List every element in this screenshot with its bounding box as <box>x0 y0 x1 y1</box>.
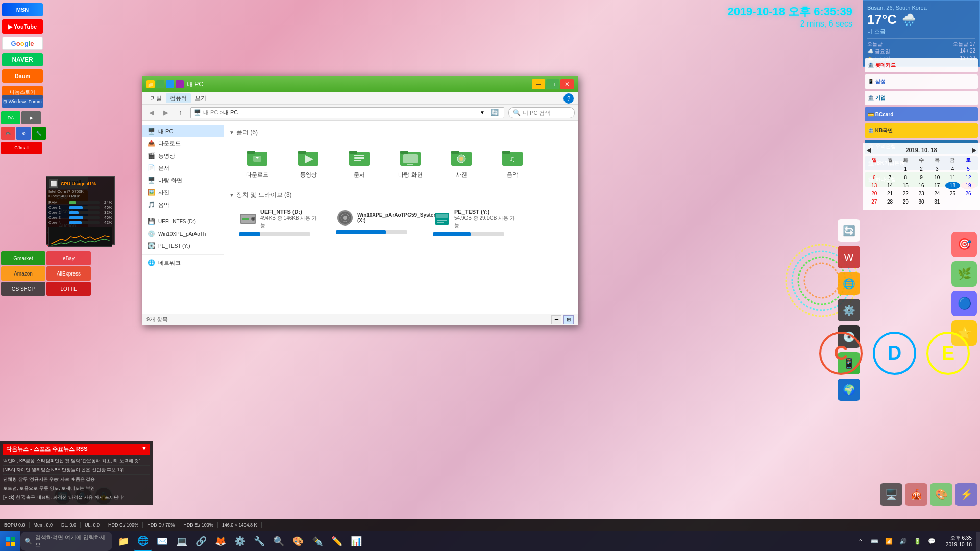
ll-icon-gmarket[interactable]: Gmarket <box>1 251 45 265</box>
tb-illustrator[interactable]: ✒️ <box>308 532 327 551</box>
sidebar-item-photos[interactable]: 🖼️ 사진 <box>142 186 224 198</box>
up-button[interactable]: ↑ <box>174 107 186 119</box>
icon-globe[interactable]: 🌐 <box>838 272 860 295</box>
bank-item-lottecard[interactable]: 🏦 롯데카드 <box>865 58 978 72</box>
small-icon-a[interactable]: 🎮 <box>1 127 15 140</box>
tray-message[interactable]: 💬 <box>926 536 938 547</box>
cal-cell[interactable]: 22 <box>898 190 913 197</box>
minimize-button[interactable]: ─ <box>532 79 545 89</box>
msn-icon[interactable]: MSN <box>2 3 43 16</box>
icon-earth[interactable]: 🌍 <box>838 379 860 401</box>
tb-mail[interactable]: ✉️ <box>153 532 172 551</box>
bank-item-bccard[interactable]: 💳 BCcard <box>865 107 978 121</box>
ll-icon-gsshop[interactable]: GS SHOP <box>1 282 45 296</box>
drive-d[interactable]: UEFI_NTFS (D:) 494KB 중 146KB 사용 가능 <box>234 205 326 240</box>
cal-cell[interactable]: 5 <box>961 165 976 173</box>
tb-remote[interactable]: 🔗 <box>192 532 210 551</box>
cal-cell[interactable]: 17 <box>929 182 945 189</box>
far-icon-2[interactable]: 🌿 <box>951 261 977 287</box>
sidebar-item-mypc[interactable]: 🖥️ 내 PC <box>142 125 224 137</box>
cal-cell[interactable]: 24 <box>929 190 945 197</box>
cal-cell[interactable]: 20 <box>867 190 882 197</box>
cal-cell[interactable] <box>883 165 898 173</box>
sidebar-item-d[interactable]: 💾 UEFI_NTFS (D:) <box>142 215 224 228</box>
cal-cell[interactable]: 25 <box>945 190 961 197</box>
cal-cell[interactable]: 31 <box>929 198 945 206</box>
cal-cell[interactable]: 13 <box>867 182 882 189</box>
forward-button[interactable]: ▶ <box>160 107 172 119</box>
cal-cell[interactable]: 1 <box>898 165 913 173</box>
br-icon-3[interactable]: 🎨 <box>930 483 952 506</box>
menu-file[interactable]: 파일 <box>146 93 166 103</box>
winforum-icon[interactable]: ⊞ Windows Forum <box>2 95 43 108</box>
cal-cell[interactable]: 6 <box>867 173 882 181</box>
cal-cell[interactable]: 10 <box>929 173 945 181</box>
cal-cell[interactable]: 28 <box>883 198 898 206</box>
google-icon[interactable]: Google <box>2 37 43 50</box>
cal-cell[interactable]: 11 <box>945 173 961 181</box>
folders-section-header[interactable]: ▼ 폴더 (6) <box>229 126 573 139</box>
close-button[interactable]: ✕ <box>560 79 574 89</box>
start-button[interactable] <box>0 531 20 552</box>
news-item-1[interactable]: 백인데, KB금융 스타챔피언십 첫 탈락 '관문동해 최초, 티 노력해 것' <box>3 457 150 466</box>
icon-word[interactable]: W <box>838 246 860 268</box>
far-icon-3[interactable]: 🔵 <box>951 291 977 316</box>
cde-icon-c[interactable]: C <box>819 332 863 375</box>
sidebar-item-download[interactable]: 📥 다운로드 <box>142 137 224 149</box>
tray-keyboard[interactable]: ⌨️ <box>869 536 880 547</box>
sidebar-item-docs[interactable]: 📄 문서 <box>142 162 224 174</box>
ll-icon-lotte[interactable]: LOTTE <box>46 282 91 296</box>
cal-cell[interactable]: 16 <box>914 182 929 189</box>
news-item-3[interactable]: 단체링 잠두 '정규시즌 우승' 자로 매콤은 결승 <box>3 475 150 484</box>
ll-icon-amazon[interactable]: Amazon <box>1 266 45 281</box>
youtube-icon[interactable]: ▶ YouTube <box>2 19 43 34</box>
cde-icon-d[interactable]: D <box>873 332 916 375</box>
tb-firefox[interactable]: 🦊 <box>211 532 230 551</box>
sidebar-item-desktop[interactable]: 🖥️ 바탕 화면 <box>142 174 224 186</box>
ll-icon-ali[interactable]: AliExpress <box>46 266 91 281</box>
view-icons-button[interactable]: ⊞ <box>564 315 574 324</box>
cal-cell[interactable]: 21 <box>883 190 898 197</box>
br-icon-2[interactable]: 🎪 <box>905 483 927 506</box>
tb-teamviewer[interactable]: 💻 <box>173 532 191 551</box>
sidebar-item-y[interactable]: 💽 PE_TEST (Y:) <box>142 240 224 252</box>
icon-transfer[interactable]: 🔄 <box>838 219 860 242</box>
view-details-button[interactable]: ☰ <box>551 315 561 324</box>
news-item-2[interactable]: [NBA] 자이언 윌리엄슨 NBA 단장들이 꼽은 신인왕 후보 1위 <box>3 466 150 475</box>
taskbar-clock[interactable]: 오후 6:35 2019-10-18 <box>942 535 976 547</box>
sidebar-item-x[interactable]: 💿 Win10XPE_pArAoTh <box>142 228 224 240</box>
cal-cell[interactable]: 27 <box>867 198 882 206</box>
menu-view[interactable]: 보기 <box>191 93 210 103</box>
address-dropdown[interactable]: ▼ <box>476 107 488 119</box>
small-icon-misc[interactable]: ▶ <box>21 111 41 124</box>
daum-icon[interactable]: Daum <box>2 69 43 83</box>
news-item-5[interactable]: [Pick] 한국 축구 대표팀, 파격선 '파격설 사유 까지 포제단다' <box>3 493 150 502</box>
tb-misc[interactable]: 📊 <box>347 532 365 551</box>
drives-section-header[interactable]: ▼ 장치 및 드라이브 (3) <box>229 189 573 202</box>
taskbar-search[interactable]: 🔍 검색하려면 여기에 입력하세요 <box>20 532 112 551</box>
sidebar-item-music[interactable]: 🎵 음악 <box>142 198 224 211</box>
bank-item-kb[interactable]: 🏦 KB국민 <box>865 123 978 138</box>
cal-cell[interactable]: 14 <box>883 182 898 189</box>
cal-cell[interactable]: 30 <box>914 198 929 206</box>
tb-pen[interactable]: ✏️ <box>328 532 346 551</box>
cal-cell[interactable]: 4 <box>945 165 961 173</box>
back-button[interactable]: ◀ <box>145 107 158 119</box>
tray-chevron[interactable]: ^ <box>855 536 866 547</box>
small-icon-c2[interactable]: 🔧 <box>32 127 46 140</box>
cal-cell[interactable]: 12 <box>961 173 976 181</box>
folder-download[interactable]: 다운로드 <box>234 142 280 181</box>
drive-x[interactable]: Win10XPE_pArAoTPG59_SystemPE (X:) <box>331 205 423 240</box>
maximize-button[interactable]: □ <box>546 79 559 89</box>
naver-icon[interactable]: NAVER <box>2 53 43 66</box>
folder-photos[interactable]: 사진 <box>438 142 484 181</box>
tb-tools[interactable]: 🔧 <box>250 532 268 551</box>
bank-item-ibk[interactable]: 🏦 기업 <box>865 91 978 105</box>
folder-desktop[interactable]: 바탕 화면 <box>387 142 433 181</box>
tray-battery[interactable]: 🔋 <box>912 536 923 547</box>
br-icon-4[interactable]: ⚡ <box>955 483 977 506</box>
tray-volume[interactable]: 🔊 <box>898 536 909 547</box>
cde-icon-e[interactable]: E <box>926 332 970 375</box>
cal-cell[interactable]: 3 <box>929 165 945 173</box>
cal-cell[interactable]: 7 <box>883 173 898 181</box>
